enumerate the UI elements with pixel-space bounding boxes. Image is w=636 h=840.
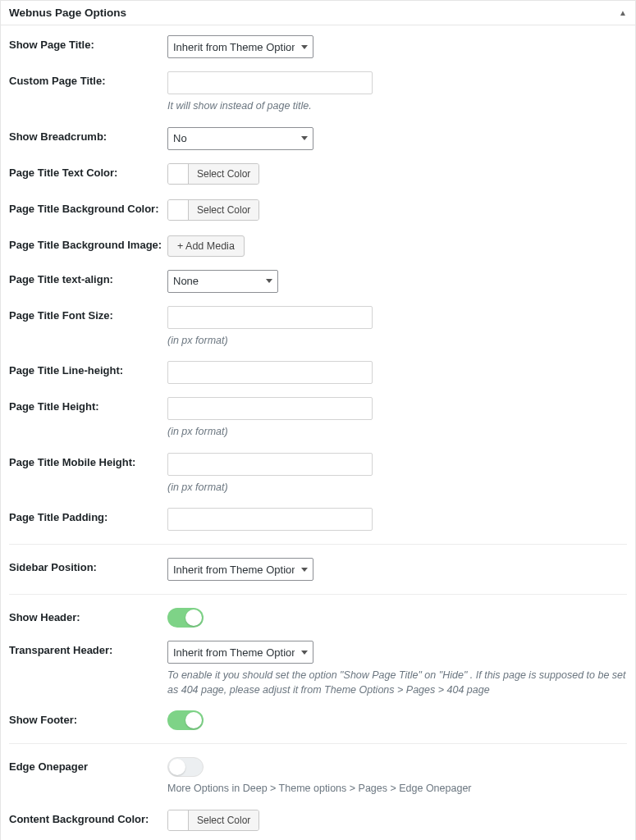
section-divider [9,743,627,744]
select-transparent-header[interactable]: Inherit from Theme Options [167,641,313,664]
row-title-bg-image: Page Title Background Image: + Add Media [9,229,627,263]
label-title-mobile-height: Page Title Mobile Height: [9,453,167,468]
row-content-bg-color: Content Background Color: Select Color [9,803,627,839]
hint-edge-onepager: More Options in Deep > Theme options > P… [167,782,627,797]
add-media-button[interactable]: + Add Media [167,235,245,257]
label-content-bg-color: Content Background Color: [9,810,167,825]
select-sidebar-position[interactable]: Inherit from Theme Options [167,558,313,581]
label-title-padding: Page Title Padding: [9,508,167,523]
label-title-text-align: Page Title text-align: [9,270,167,285]
toggle-knob [185,712,202,728]
select-title-text-align[interactable]: None [167,270,278,293]
select-show-page-title[interactable]: Inherit from Theme Options [167,35,313,58]
input-title-height[interactable] [167,397,373,420]
hint-px-format: (in px format) [167,334,627,349]
row-title-line-height: Page Title Line-height: [9,354,627,390]
row-transparent-header: Transparent Header: Inherit from Theme O… [9,634,627,704]
row-title-mobile-height: Page Title Mobile Height: (in px format) [9,446,627,502]
label-title-text-color: Page Title Text Color: [9,163,167,179]
hint-custom-page-title: It will show instead of page title. [167,99,627,114]
webnus-page-options-panel: Webnus Page Options ▲ Show Page Title: I… [0,0,636,840]
label-show-footer: Show Footer: [9,710,167,726]
label-custom-page-title: Custom Page Title: [9,71,167,87]
label-show-page-title: Show Page Title: [9,35,167,51]
label-show-breadcrumb: Show Breadcrumb: [9,127,167,143]
colorpicker-content-bg-color[interactable]: Select Color [167,810,259,831]
row-show-footer: Show Footer: [9,704,627,737]
label-sidebar-position: Sidebar Position: [9,558,167,573]
hint-transparent-header: To enable it you should set the option "… [167,669,627,697]
row-title-bg-color: Page Title Background Color: Select Colo… [9,193,627,229]
row-sidebar-position: Sidebar Position: Inherit from Theme Opt… [9,551,627,587]
select-color-button[interactable]: Select Color [189,200,259,220]
row-edge-onepager: Edge Onepager More Options in Deep > The… [9,751,627,803]
toggle-knob [169,759,185,775]
label-show-header: Show Header: [9,608,167,623]
row-custom-page-title: Custom Page Title: It will show instead … [9,65,627,121]
colorpicker-title-text-color[interactable]: Select Color [167,163,259,185]
input-title-mobile-height[interactable] [167,453,373,476]
label-title-font-size: Page Title Font Size: [9,306,167,322]
toggle-show-header[interactable] [167,608,204,628]
select-show-breadcrumb[interactable]: No [167,127,313,150]
label-title-height: Page Title Height: [9,397,167,413]
hint-px-format: (in px format) [167,425,627,440]
panel-header: Webnus Page Options ▲ [1,1,635,25]
color-swatch [168,164,189,184]
section-divider [9,544,627,545]
select-color-button[interactable]: Select Color [189,164,259,184]
label-transparent-header: Transparent Header: [9,641,167,656]
label-title-bg-image: Page Title Background Image: [9,235,167,251]
row-show-header: Show Header: [9,601,627,634]
label-title-line-height: Page Title Line-height: [9,361,167,377]
row-title-height: Page Title Height: (in px format) [9,390,627,446]
row-title-font-size: Page Title Font Size: (in px format) [9,299,627,355]
label-edge-onepager: Edge Onepager [9,757,167,773]
color-swatch [168,200,189,220]
hint-px-format: (in px format) [167,481,627,495]
select-color-button[interactable]: Select Color [189,810,259,830]
row-title-text-align: Page Title text-align: None [9,263,627,299]
input-title-padding[interactable] [167,508,373,531]
toggle-knob [185,609,202,626]
section-divider [9,594,627,595]
panel-body: Show Page Title: Inherit from Theme Opti… [1,25,635,840]
label-title-bg-color: Page Title Background Color: [9,199,167,215]
row-title-padding: Page Title Padding: [9,501,627,537]
toggle-show-footer[interactable] [167,710,204,730]
panel-title: Webnus Page Options [9,7,126,19]
colorpicker-title-bg-color[interactable]: Select Color [167,199,259,221]
color-swatch [168,810,189,830]
input-custom-page-title[interactable] [167,71,373,94]
collapse-toggle-icon[interactable]: ▲ [619,8,627,17]
row-show-page-title: Show Page Title: Inherit from Theme Opti… [9,29,627,65]
toggle-edge-onepager[interactable] [167,757,204,777]
row-show-breadcrumb: Show Breadcrumb: No [9,121,627,157]
input-title-line-height[interactable] [167,361,373,384]
row-title-text-color: Page Title Text Color: Select Color [9,157,627,193]
input-title-font-size[interactable] [167,306,373,329]
